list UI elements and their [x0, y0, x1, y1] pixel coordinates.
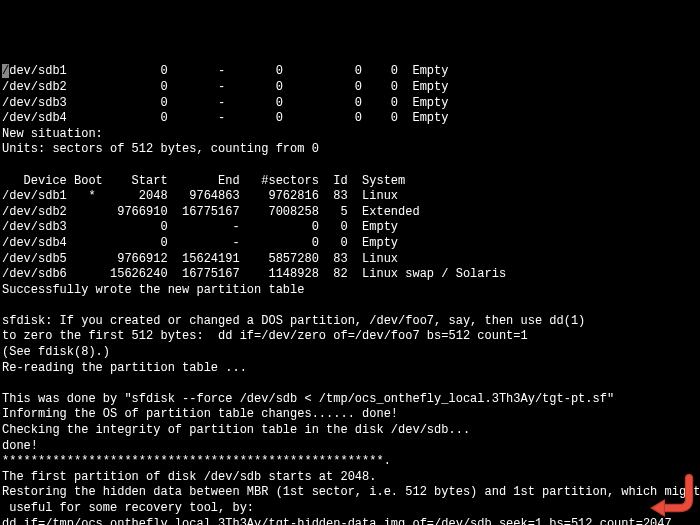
- units-line: Units: sectors of 512 bytes, counting fr…: [2, 142, 319, 156]
- dd-command: dd if=/tmp/ocs_onthefly_local.3Th3Ay/tgt…: [2, 517, 672, 525]
- stars-1: ****************************************…: [2, 454, 391, 468]
- new-row-0: /dev/sdb1 * 2048 9764863 9762816 83 Linu…: [2, 189, 398, 203]
- new-row-3: /dev/sdb4 0 - 0 0 Empty: [2, 236, 398, 250]
- new-row-5: /dev/sdb6 15626240 16775167 1148928 82 L…: [2, 267, 506, 281]
- old-row-1: /dev/sdb2 0 - 0 0 0 Empty: [2, 80, 448, 94]
- done-line: done!: [2, 439, 38, 453]
- done-by-line: This was done by "sfdisk --force /dev/sd…: [2, 392, 614, 406]
- sfdisk-note-2: to zero the first 512 bytes: dd if=/dev/…: [2, 329, 528, 343]
- success-line: Successfully wrote the new partition tab…: [2, 283, 304, 297]
- old-row-3: /dev/sdb4 0 - 0 0 0 Empty: [2, 111, 448, 125]
- rereading-line: Re-reading the partition table ...: [2, 361, 247, 375]
- checking-line: Checking the integrity of partition tabl…: [2, 423, 470, 437]
- sfdisk-note-1: sfdisk: If you created or changed a DOS …: [2, 314, 585, 328]
- see-fdisk: (See fdisk(8).): [2, 345, 110, 359]
- old-row-2: /dev/sdb3 0 - 0 0 0 Empty: [2, 96, 448, 110]
- restoring-line-1: Restoring the hidden data between MBR (1…: [2, 485, 700, 499]
- new-row-1: /dev/sdb2 9766910 16775167 7008258 5 Ext…: [2, 205, 420, 219]
- first-partition-line: The first partition of disk /dev/sdb sta…: [2, 470, 376, 484]
- new-situation-label: New situation:: [2, 127, 103, 141]
- table-header: Device Boot Start End #sectors Id System: [2, 174, 405, 188]
- old-row-0-rest: dev/sdb1 0 - 0 0 0 Empty: [9, 64, 448, 78]
- new-row-4: /dev/sdb5 9766912 15624191 5857280 83 Li…: [2, 252, 398, 266]
- informing-line: Informing the OS of partition table chan…: [2, 407, 398, 421]
- restoring-line-2: useful for some recovery tool, by:: [2, 501, 254, 515]
- new-row-2: /dev/sdb3 0 - 0 0 Empty: [2, 220, 398, 234]
- terminal-output: /dev/sdb1 0 - 0 0 0 Empty /dev/sdb2 0 - …: [2, 64, 698, 525]
